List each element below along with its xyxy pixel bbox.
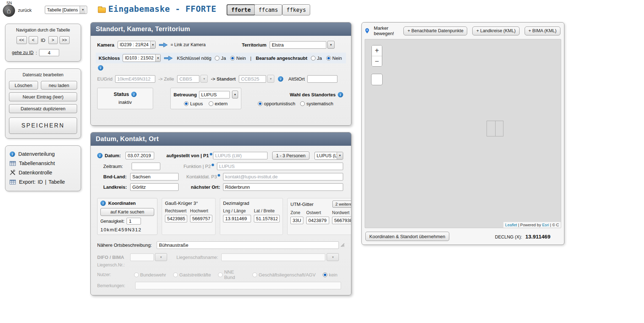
betreuung-input[interactable] (199, 91, 230, 98)
leaflet-link[interactable]: Leaflet (505, 223, 517, 227)
link-datenkontrolle[interactable]: Datenkontrolle (9, 168, 77, 177)
nutzer-bundeswehr-radio[interactable] (134, 273, 139, 277)
zeitraum-row: Zeitraum: Funktion | P2 (103, 163, 343, 170)
bearsafe-label: Bearsafe angeschraubt (256, 56, 307, 61)
landkreis-input[interactable] (130, 183, 179, 191)
table-select[interactable]: Tabelle [Datens ▼ (45, 6, 87, 14)
esri-link[interactable]: Esri (542, 223, 549, 227)
breite-input[interactable] (254, 215, 280, 222)
betreuung-extern-radio[interactable] (209, 101, 213, 106)
info-icon[interactable]: i (100, 201, 106, 206)
bndland-label: Bnd-Land: (103, 174, 130, 179)
link-tabellenansicht[interactable]: Tabellenansicht (9, 159, 77, 168)
link-arrow-icon[interactable] (159, 42, 168, 48)
bima-kml-button[interactable]: + BIMA (KML) (525, 26, 560, 35)
zoom-in-button[interactable]: + (372, 45, 382, 56)
territorium-input[interactable] (270, 41, 326, 49)
zoom-out-button[interactable]: − (372, 56, 382, 66)
utm-ostwert-input[interactable] (306, 217, 329, 224)
weitere-button[interactable]: 2 weitere (332, 201, 351, 208)
p1-select[interactable]: LUPUS (LW ▼ (314, 152, 343, 160)
first-record-button[interactable]: << (16, 36, 27, 44)
bemerkungen-input[interactable] (135, 282, 341, 289)
difo-dropdown-button[interactable]: ▼ (155, 253, 167, 261)
bearsafe-nein-radio[interactable] (326, 56, 331, 61)
ortsbeschreibung-input[interactable] (157, 241, 339, 249)
save-button[interactable]: SPEICHERN (9, 117, 77, 134)
goto-id-link[interactable]: gehe zu ID (12, 50, 33, 55)
tab-ffcams[interactable]: ffcams (254, 4, 282, 15)
link-arrow-icon[interactable] (164, 56, 173, 61)
tab-fforte[interactable]: fforte (227, 4, 255, 15)
p2-label: Funktion | P2 (170, 164, 214, 169)
utm-zone-input[interactable] (290, 217, 303, 224)
home-button[interactable]: ⌂ (3, 5, 15, 17)
liegenschaftsname-input[interactable] (221, 254, 325, 261)
territorium-dropdown-button[interactable]: ▼ (327, 41, 335, 49)
ort-input[interactable] (223, 183, 343, 191)
utm-nordwert-input[interactable] (332, 217, 351, 224)
attribution-text: | Powered by (517, 223, 542, 227)
next-record-button[interactable]: > (48, 36, 58, 44)
nutzer-kein-radio[interactable] (323, 273, 327, 277)
map-view[interactable]: + − Leaflet | Powered by Esri | © C (365, 39, 561, 228)
p3-input[interactable] (223, 173, 343, 180)
info-icon[interactable]: i (98, 65, 103, 71)
new-entry-button[interactable]: Neuer Eintrag (leer) (9, 92, 77, 101)
hochwert-input[interactable] (190, 215, 212, 222)
kschloss-select[interactable]: ID103 : 21S02 ▼ (123, 54, 161, 62)
last-record-button[interactable]: >> (60, 36, 70, 44)
panel1-title: Standort, Kamera, Territorium (91, 23, 351, 36)
export-id-link[interactable]: ID (38, 179, 43, 185)
standort-dropdown-button[interactable]: ▼ (267, 75, 274, 83)
opportunistisch-radio[interactable] (258, 101, 262, 106)
koordinaten-box: i Koordinaten auf Karte suchen Genauigke… (97, 198, 157, 235)
gauss-krueger-box: Gauß-Krüger 3° Rechtswert Hochwert (162, 198, 216, 235)
apply-coordinates-button[interactable]: Koordinaten & Standort übernehmen (365, 232, 449, 241)
datum-input[interactable] (126, 152, 154, 159)
bndland-input[interactable] (130, 173, 179, 180)
liegenschaft-dropdown-button[interactable]: ▼ (327, 253, 339, 261)
personen-button[interactable]: 1 - 3 Personen (272, 151, 309, 160)
bearsafe-ja-radio[interactable] (311, 56, 316, 61)
info-icon[interactable]: i (338, 92, 343, 97)
map-extra-control[interactable] (371, 74, 383, 85)
laenge-input[interactable] (223, 215, 251, 222)
duplicate-button[interactable]: Datensatz duplizieren (9, 104, 77, 113)
link-datenverteilung[interactable]: i Datenverteilung (9, 149, 77, 159)
nutzer-gaststreitkraefte-radio[interactable] (173, 273, 178, 277)
tab-ffkeys[interactable]: ffkeys (282, 4, 310, 15)
prev-record-button[interactable]: < (29, 36, 38, 44)
zeitraum-input[interactable] (132, 163, 160, 170)
p1-input[interactable] (213, 152, 267, 159)
info-icon[interactable]: i (131, 92, 137, 97)
delete-button[interactable]: Löschen (9, 81, 38, 90)
kamera-select[interactable]: ID239 : 21R24 ▼ (118, 41, 156, 49)
info-icon[interactable]: i (97, 153, 103, 158)
systematisch-radio[interactable] (300, 101, 305, 106)
info-icon[interactable]: i (278, 76, 283, 82)
altstort-input[interactable] (307, 75, 337, 83)
nutzer-agv-radio[interactable] (252, 273, 257, 277)
p2-input[interactable] (217, 163, 343, 170)
nutzer-nne-bund-radio[interactable] (218, 273, 223, 277)
rechtswert-input[interactable] (165, 215, 187, 222)
zelle-input[interactable] (177, 75, 199, 83)
benachbarte-datenpunkte-button[interactable]: + Benachbarte Datenpunkte (403, 26, 467, 35)
difo-input[interactable] (130, 254, 154, 261)
karte-suchen-button[interactable]: auf Karte suchen (100, 208, 154, 216)
kschluessel-ja-radio[interactable] (215, 56, 219, 61)
zelle-dropdown-button[interactable]: ▼ (200, 75, 208, 83)
reload-button[interactable]: neu laden (41, 81, 77, 90)
betreuung-lupus-radio[interactable] (184, 101, 189, 106)
standort-input[interactable] (239, 75, 266, 83)
back-link[interactable]: zurück (18, 8, 32, 13)
export-table-link[interactable]: Tabelle (48, 179, 65, 185)
genauigkeit-input[interactable] (127, 218, 141, 225)
goto-id-input[interactable] (39, 49, 59, 56)
landkreise-kml-button[interactable]: + Landkreise (KML) (472, 26, 519, 35)
resize-grip-icon[interactable] (341, 243, 345, 247)
kschluessel-nein-radio[interactable] (230, 56, 235, 61)
eugrid-input[interactable] (115, 75, 155, 83)
betreuung-dropdown-button[interactable]: ▼ (232, 91, 238, 98)
